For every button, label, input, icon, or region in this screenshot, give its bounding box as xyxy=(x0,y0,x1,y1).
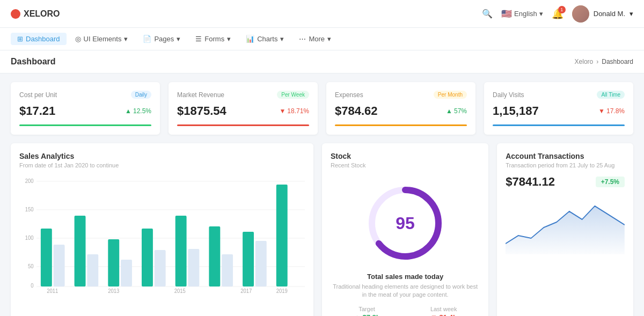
arrow-down-icon: ▼ xyxy=(598,107,605,115)
stock-subtitle: Recent Stock xyxy=(331,162,480,168)
nav-item-charts[interactable]: 📊 Charts ▾ xyxy=(239,33,290,45)
stat-label-expenses: Expenses xyxy=(335,91,363,99)
sales-analytics-title: Sales Analytics xyxy=(19,152,305,160)
arrow-up-icon: ▲ xyxy=(446,107,452,115)
stat-bar-cost xyxy=(19,124,151,126)
stat-change-value-revenue: 18.71% xyxy=(287,107,309,115)
sales-analytics-card: Sales Analytics From date of 1st Jan 202… xyxy=(11,143,313,316)
account-value: $7841.12 xyxy=(506,175,555,189)
sales-analytics-subtitle: From date of 1st Jan 2020 to continue xyxy=(19,162,305,168)
arrow-up-icon: ▲ xyxy=(354,313,361,316)
avatar xyxy=(572,5,589,23)
avatar-image xyxy=(572,5,589,23)
svg-text:2011: 2011 xyxy=(47,288,58,293)
donut-chart-wrapper: 95 xyxy=(362,180,448,266)
svg-rect-10 xyxy=(41,229,52,286)
svg-rect-18 xyxy=(175,216,187,286)
stat-card-market-revenue: Market Revenue Per Week $1875.54 ▼ 18.71… xyxy=(169,82,318,135)
stat-label-revenue: Market Revenue xyxy=(177,91,224,99)
target-stat: Target ▲ $7.8k xyxy=(331,306,403,316)
chevron-down-icon: ▾ xyxy=(280,35,284,43)
nav-label-more: More xyxy=(309,35,325,43)
account-change-badge: +7.5% xyxy=(596,177,625,187)
chevron-down-icon: ▾ xyxy=(177,35,180,43)
stat-change-value-expenses: 57% xyxy=(454,107,467,115)
nav-label-forms: Forms xyxy=(204,35,224,43)
page-title: Dashboard xyxy=(11,57,56,67)
breadcrumb-root[interactable]: Xeloro xyxy=(575,58,594,65)
chevron-down-icon: ▾ xyxy=(539,10,543,18)
account-subtitle: Transaction period from 21 July to 25 Au… xyxy=(506,162,625,168)
brand-logo[interactable]: XELORO xyxy=(11,9,60,19)
stat-change-value-cost: 12.5% xyxy=(133,107,151,115)
notification-button[interactable]: 🔔 1 xyxy=(552,8,564,20)
stat-value-revenue: $1875.54 xyxy=(177,104,226,118)
stat-badge-expenses: Per Month xyxy=(434,91,467,99)
svg-rect-13 xyxy=(87,254,98,286)
svg-text:2017: 2017 xyxy=(240,288,252,293)
stat-bar-revenue xyxy=(177,124,309,126)
nav-item-dashboard[interactable]: ⊞ Dashboard xyxy=(11,33,67,45)
svg-rect-17 xyxy=(155,250,166,286)
svg-rect-12 xyxy=(75,216,86,286)
donut-sublabel: Traditional heading elements are designe… xyxy=(331,283,480,299)
language-selector[interactable]: 🇺🇸 English ▾ xyxy=(501,9,543,19)
donut-stats: Target ▲ $7.8k Last week ▼ $1.4k xyxy=(331,306,480,316)
bottom-row: Sales Analytics From date of 1st Jan 202… xyxy=(11,143,633,316)
main-content: Cost per Unit Daily $17.21 ▲ 12.5% Marke… xyxy=(0,74,644,316)
area-chart-svg xyxy=(506,195,625,254)
target-value-text: $7.8k xyxy=(363,313,380,316)
nav-label-charts: Charts xyxy=(257,35,277,43)
donut-container: 95 Total sales made today Traditional he… xyxy=(331,175,480,316)
flag-icon: 🇺🇸 xyxy=(501,9,512,19)
notification-badge: 1 xyxy=(558,6,566,13)
logo-circle xyxy=(11,9,20,19)
svg-rect-14 xyxy=(108,239,119,286)
stat-value-expenses: $784.62 xyxy=(335,104,378,118)
stat-badge-visits: All Time xyxy=(597,91,625,99)
top-navigation: XELORO 🔍 🇺🇸 English ▾ 🔔 1 Donald M. ▾ xyxy=(0,0,644,28)
home-icon: ⊞ xyxy=(17,35,23,43)
svg-text:100: 100 xyxy=(25,235,34,241)
stat-badge-revenue: Per Week xyxy=(277,91,309,99)
lastweek-value: ▼ $1.4k xyxy=(407,313,480,316)
language-label: English xyxy=(514,10,537,18)
stat-bar-expenses xyxy=(335,124,467,126)
nav-label-dashboard: Dashboard xyxy=(26,35,60,43)
nav-item-pages[interactable]: 📄 Pages ▾ xyxy=(136,33,187,45)
chevron-down-icon: ▾ xyxy=(124,35,128,43)
target-label: Target xyxy=(331,306,403,312)
svg-rect-24 xyxy=(276,185,288,286)
bar-chart-svg: 200 150 100 50 0 xyxy=(19,175,305,293)
lastweek-stat: Last week ▼ $1.4k xyxy=(407,306,480,316)
stat-value-visits: 1,15,187 xyxy=(493,104,539,118)
nav-item-ui-elements[interactable]: ◎ UI Elements ▾ xyxy=(69,33,135,45)
chevron-down-icon: ▾ xyxy=(227,35,231,43)
svg-rect-22 xyxy=(243,232,254,286)
stat-change-value-visits: 17.8% xyxy=(606,107,625,115)
nav-item-more[interactable]: ⋯ More ▾ xyxy=(292,33,338,45)
svg-rect-16 xyxy=(142,229,153,286)
arrow-down-icon: ▼ xyxy=(279,107,286,115)
more-icon: ⋯ xyxy=(299,35,306,43)
ui-icon: ◎ xyxy=(75,35,81,43)
donut-center: 95 xyxy=(396,214,415,233)
stock-title: Stock xyxy=(331,152,480,160)
account-title: Account Transactions xyxy=(506,152,625,160)
stats-row: Cost per Unit Daily $17.21 ▲ 12.5% Marke… xyxy=(11,82,633,135)
svg-text:0: 0 xyxy=(31,283,34,289)
search-button[interactable]: 🔍 xyxy=(482,9,493,19)
brand-name: XELORO xyxy=(24,9,60,19)
stat-change-revenue: ▼ 18.71% xyxy=(279,107,309,115)
nav-label-ui-elements: UI Elements xyxy=(84,35,122,43)
stock-card: Stock Recent Stock 95 Total sales made t… xyxy=(322,143,488,316)
lastweek-label: Last week xyxy=(407,306,480,312)
stat-value-cost: $17.21 xyxy=(19,104,55,118)
nav-item-forms[interactable]: ☰ Forms ▾ xyxy=(189,33,237,45)
page-header: Dashboard Xeloro › Dashboard xyxy=(0,50,644,74)
breadcrumb: Xeloro › Dashboard xyxy=(575,58,633,65)
breadcrumb-current: Dashboard xyxy=(602,58,633,65)
arrow-up-icon: ▲ xyxy=(125,107,131,115)
arrow-down-icon: ▼ xyxy=(430,313,437,316)
user-profile[interactable]: Donald M. ▾ xyxy=(572,5,633,23)
